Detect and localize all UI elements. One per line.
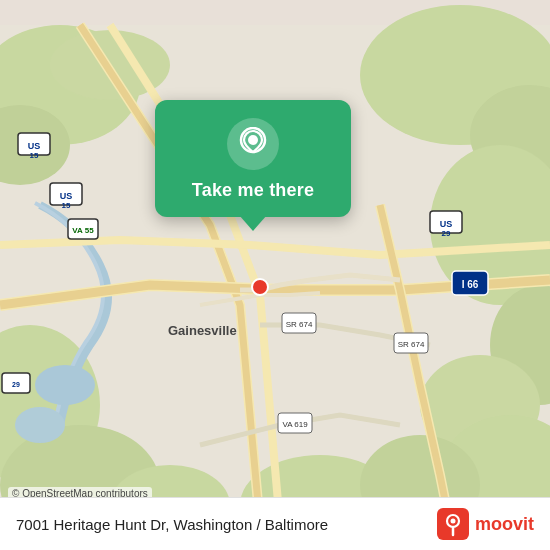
svg-text:SR 674: SR 674 bbox=[286, 320, 313, 329]
map-background: US 15 US 15 VA 55 29 US 29 I 66 SR 674 S… bbox=[0, 0, 550, 550]
svg-point-39 bbox=[252, 279, 268, 295]
svg-point-16 bbox=[15, 407, 65, 443]
bottom-bar: 7001 Heritage Hunt Dr, Washington / Balt… bbox=[0, 497, 550, 550]
location-pin-icon bbox=[227, 118, 279, 170]
svg-text:15: 15 bbox=[30, 151, 39, 160]
moovit-icon bbox=[437, 508, 469, 540]
svg-text:I 66: I 66 bbox=[462, 279, 479, 290]
svg-text:US: US bbox=[440, 219, 453, 229]
moovit-brand-name: moovit bbox=[475, 514, 534, 535]
svg-text:VA 55: VA 55 bbox=[72, 226, 94, 235]
svg-text:15: 15 bbox=[62, 201, 71, 210]
svg-text:29: 29 bbox=[12, 381, 20, 388]
take-me-there-button[interactable]: Take me there bbox=[192, 180, 314, 201]
map-container: US 15 US 15 VA 55 29 US 29 I 66 SR 674 S… bbox=[0, 0, 550, 550]
svg-text:29: 29 bbox=[442, 229, 451, 238]
address-label: 7001 Heritage Hunt Dr, Washington / Balt… bbox=[16, 516, 328, 533]
svg-text:Gainesville: Gainesville bbox=[168, 323, 237, 338]
svg-text:US: US bbox=[60, 191, 73, 201]
svg-point-15 bbox=[35, 365, 95, 405]
moovit-logo: moovit bbox=[437, 508, 534, 540]
svg-point-41 bbox=[248, 135, 258, 145]
svg-point-44 bbox=[450, 519, 455, 524]
svg-text:US: US bbox=[28, 141, 41, 151]
svg-text:SR 674: SR 674 bbox=[398, 340, 425, 349]
svg-text:VA 619: VA 619 bbox=[282, 420, 308, 429]
tooltip-popup[interactable]: Take me there bbox=[155, 100, 351, 217]
